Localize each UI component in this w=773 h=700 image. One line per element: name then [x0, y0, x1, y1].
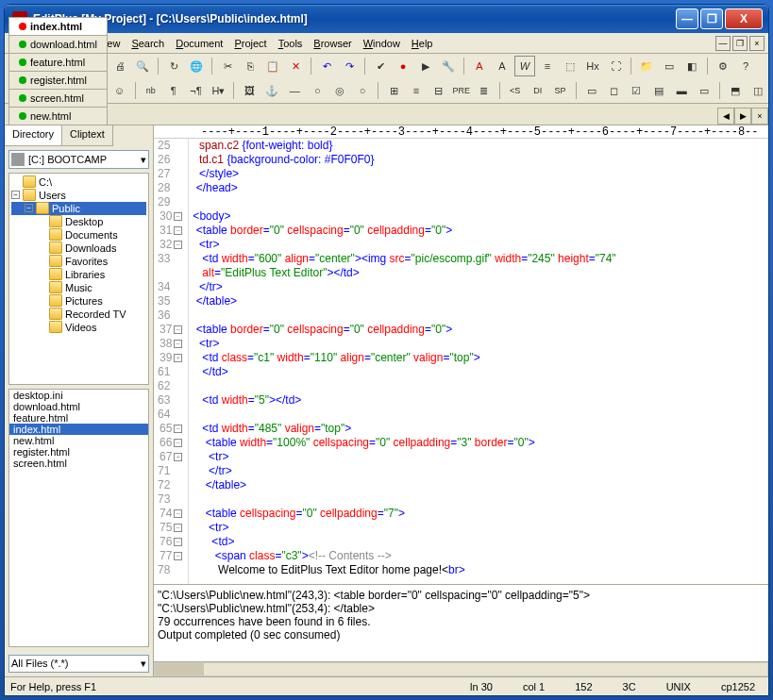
tab-prev-icon[interactable]: ◀ — [717, 108, 734, 125]
delete-icon[interactable]: ✕ — [285, 56, 306, 76]
wrap-icon[interactable]: W — [514, 56, 535, 76]
code-line[interactable]: <td width="5"></td> — [193, 393, 768, 408]
smiley-icon[interactable]: ☺ — [109, 80, 130, 101]
doc-tab[interactable]: feature.html — [8, 53, 108, 71]
close-button[interactable]: X — [725, 8, 763, 29]
minimize-button[interactable]: — — [676, 8, 698, 29]
tree-node[interactable]: Pictures — [11, 294, 146, 308]
fold-icon[interactable]: + — [174, 453, 182, 461]
anchor-icon[interactable]: ⚓ — [261, 80, 282, 101]
cut-icon[interactable]: ✂ — [217, 56, 238, 76]
hex-icon[interactable]: Hx — [582, 56, 603, 76]
doc-tab[interactable]: new.html — [8, 107, 108, 125]
code-line[interactable]: <table border="0" cellspacing="0" cellpa… — [193, 323, 768, 337]
code-line[interactable]: <table border="0" cellspacing="0" cellpa… — [193, 224, 768, 238]
file-list[interactable]: desktop.inidownload.htmlfeature.htmlinde… — [8, 389, 149, 647]
file-filter[interactable]: All Files (*.*) ▾ — [8, 655, 149, 673]
fold-icon[interactable]: − — [174, 212, 182, 221]
paste-icon[interactable]: 📋 — [262, 56, 283, 76]
settings-icon[interactable]: ⚙ — [713, 56, 733, 76]
doc-tab[interactable]: register.html — [8, 71, 108, 89]
code-line[interactable] — [193, 408, 768, 422]
list-icon[interactable]: ≣ — [474, 80, 495, 101]
code-line[interactable]: </table> — [193, 478, 768, 492]
image-icon[interactable]: 🖼 — [239, 80, 260, 101]
code-line[interactable]: <tr> — [193, 450, 768, 464]
comment-icon[interactable]: ○ — [307, 80, 328, 101]
tab-next-icon[interactable]: ▶ — [734, 108, 751, 125]
menu-document[interactable]: Document — [170, 36, 228, 51]
hr-icon[interactable]: — — [284, 80, 305, 101]
spell-icon[interactable]: ✔ — [370, 56, 391, 76]
tree-node[interactable]: Recorded TV — [11, 308, 146, 321]
code-line[interactable]: </tr> — [193, 464, 768, 478]
code-line[interactable]: <span class="c3"><!-- Contents --> — [193, 549, 768, 563]
menu-search[interactable]: Search — [126, 36, 170, 51]
code-line[interactable]: span.c2 {font-weight: bold} — [193, 139, 768, 153]
tab-close-icon[interactable]: × — [751, 108, 768, 125]
code-editor[interactable]: 252627282930−31−32−3334353637−38−39+6162… — [154, 139, 768, 584]
fold-icon[interactable]: − — [174, 524, 182, 532]
code-line[interactable]: <td class="c1" width="110" align="center… — [193, 351, 768, 365]
pre-icon[interactable]: PRE — [451, 80, 472, 101]
menu-browser[interactable]: Browser — [308, 36, 357, 51]
code-line[interactable]: Welcome to EditPlus Text Editor home pag… — [193, 563, 768, 577]
code-line[interactable]: </table> — [193, 294, 768, 308]
code-line[interactable]: <td width="600" align="center"><img src=… — [193, 252, 768, 266]
check-icon[interactable]: ☑ — [626, 80, 647, 101]
code-line[interactable]: </style> — [193, 167, 768, 181]
play-icon[interactable]: ▶ — [415, 56, 436, 76]
code-line[interactable]: td.c1 {background-color: #F0F0F0} — [193, 153, 768, 167]
file-item[interactable]: download.html — [9, 401, 148, 412]
doc-tab[interactable]: index.html — [8, 17, 108, 35]
output-panel[interactable]: "C:\Users\Public\new.html"(243,3): <tabl… — [154, 584, 768, 661]
code-line[interactable]: </td> — [193, 365, 768, 379]
mdi-close-icon[interactable]: × — [749, 36, 765, 51]
tree-node[interactable]: Documents — [11, 228, 146, 242]
undo-icon[interactable]: ↶ — [316, 56, 337, 76]
tab-directory[interactable]: Directory — [5, 125, 62, 146]
tree-node[interactable]: −Public — [11, 202, 146, 215]
target-icon[interactable]: ◎ — [329, 80, 350, 101]
menu-tools[interactable]: Tools — [273, 36, 309, 51]
fold-icon[interactable]: − — [174, 325, 182, 334]
tab-cliptext[interactable]: Cliptext — [62, 125, 113, 146]
tree-node[interactable]: Music — [11, 281, 146, 294]
code-line[interactable]: <tr> — [193, 337, 768, 351]
expand-icon[interactable]: − — [25, 204, 33, 212]
doc-tab[interactable]: download.html — [8, 35, 108, 53]
para-icon[interactable]: ¶ — [163, 80, 184, 101]
titlebar[interactable]: EditPlus [My Project] - [C:\Users\Public… — [5, 5, 768, 33]
arrow-icon[interactable]: ¬¶ — [186, 80, 207, 101]
table-icon[interactable]: ⊞ — [383, 80, 404, 101]
tree-node[interactable]: Favorites — [11, 255, 146, 268]
code-line[interactable]: <td width="485" valign="top"> — [193, 422, 768, 436]
file-item[interactable]: new.html — [9, 435, 148, 446]
dir-icon[interactable]: 📁 — [636, 56, 657, 76]
fullscreen-icon[interactable]: ⛶ — [605, 56, 626, 76]
code-line[interactable] — [193, 308, 768, 323]
code-line[interactable]: <table width="100%" cellspacing="0" cell… — [193, 436, 768, 450]
fold-icon[interactable]: − — [174, 552, 182, 560]
select-icon[interactable]: ⬚ — [560, 56, 580, 76]
code-line[interactable]: <tr> — [193, 521, 768, 535]
obj-icon[interactable]: ⬒ — [725, 80, 746, 101]
tree-node[interactable]: Downloads — [11, 242, 146, 255]
file-item[interactable]: index.html — [9, 424, 148, 435]
file-item[interactable]: screen.html — [9, 458, 148, 469]
fold-icon[interactable]: − — [174, 425, 182, 433]
menu-help[interactable]: Help — [406, 36, 439, 51]
print-icon[interactable]: 🖨 — [109, 56, 130, 76]
copy-icon[interactable]: ⎘ — [240, 56, 260, 76]
code-line[interactable]: </head> — [193, 181, 768, 195]
code-line[interactable]: <tr> — [193, 238, 768, 252]
menu-project[interactable]: Project — [228, 36, 272, 51]
fold-icon[interactable]: − — [174, 241, 182, 249]
fold-icon[interactable]: − — [174, 226, 182, 235]
quote-icon[interactable]: ⊟ — [429, 80, 449, 101]
frame-icon[interactable]: ◫ — [748, 80, 768, 101]
expand-icon[interactable]: − — [11, 191, 20, 199]
input-icon[interactable]: ◻ — [604, 80, 625, 101]
menu-window[interactable]: Window — [358, 36, 406, 51]
font-a-icon[interactable]: A — [469, 56, 490, 76]
